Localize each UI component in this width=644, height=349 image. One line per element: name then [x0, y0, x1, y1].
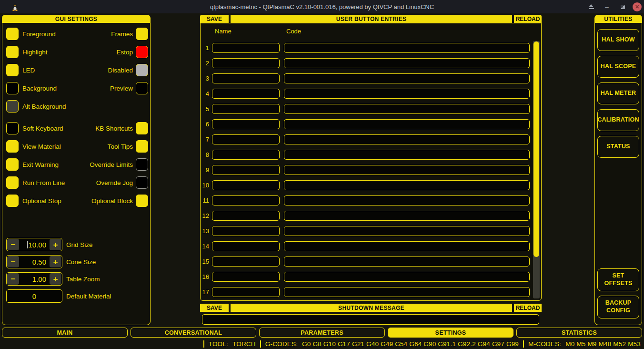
user-button-name-input-12[interactable] [212, 211, 280, 221]
checkbox-view-material[interactable] [6, 140, 19, 153]
user-button-row: 3 [201, 71, 530, 86]
minimize-button[interactable]: – [601, 1, 613, 12]
eject-icon [589, 4, 594, 9]
hal-show-button[interactable]: HAL SHOW [597, 29, 639, 51]
user-button-name-input-9[interactable] [212, 165, 280, 175]
checkbox-run-from-line[interactable] [6, 176, 19, 189]
checkbox-soft-keyboard[interactable] [6, 122, 19, 134]
table-zoom-spinbox[interactable]: −1.00+ [6, 272, 62, 286]
table-zoom-increment-button[interactable]: + [50, 273, 61, 285]
user-button-row: 13 [201, 223, 530, 238]
tab-settings[interactable]: SETTINGS [388, 328, 513, 338]
hal-scope-button[interactable]: HAL SCOPE [597, 56, 639, 78]
user-button-code-input-3[interactable] [284, 73, 530, 83]
label-preview: Preview [110, 85, 133, 92]
user-button-row: 6 [201, 116, 530, 132]
checkbox-override-limits[interactable] [136, 158, 148, 171]
user-button-code-input-8[interactable] [284, 150, 530, 160]
user-button-row: 16 [201, 269, 530, 284]
checkbox-override-jog[interactable] [136, 176, 148, 189]
user-button-name-input-16[interactable] [212, 272, 280, 282]
user-button-name-input-15[interactable] [212, 257, 280, 267]
user-button-code-input-2[interactable] [284, 58, 530, 68]
user-button-code-input-16[interactable] [284, 272, 530, 282]
user-button-name-input-7[interactable] [212, 134, 280, 144]
calibration-button[interactable]: CALIBRATION [597, 109, 639, 131]
user-button-code-input-4[interactable] [284, 89, 530, 99]
user-button-name-input-13[interactable] [212, 226, 280, 236]
user-button-code-input-6[interactable] [284, 119, 530, 129]
user-button-name-input-3[interactable] [212, 73, 280, 83]
shutdown-message-input[interactable] [202, 314, 539, 325]
color-button-preview[interactable] [136, 82, 148, 94]
backup-config-button[interactable]: BACKUP CONFIG [597, 296, 639, 318]
close-button[interactable]: × [633, 2, 642, 11]
grid-size-decrement-button[interactable]: − [7, 239, 19, 250]
tab-statistics[interactable]: STATISTICS [516, 328, 642, 338]
checkbox-optional-stop[interactable] [6, 195, 19, 207]
user-button-code-input-9[interactable] [284, 165, 530, 175]
tab-parameters[interactable]: PARAMETERS [259, 328, 385, 338]
user-button-row: 1 [201, 40, 530, 55]
color-button-frames[interactable] [136, 28, 148, 40]
color-button-led[interactable] [6, 64, 19, 76]
shutdown-save-button[interactable]: SAVE [200, 304, 229, 312]
color-button-alt-background[interactable] [6, 100, 19, 113]
user-button-code-input-7[interactable] [284, 134, 530, 144]
cone-size-increment-button[interactable]: + [50, 256, 61, 267]
user-button-code-input-14[interactable] [284, 241, 530, 251]
checkbox-tool-tips[interactable] [136, 140, 148, 153]
status-button[interactable]: STATUS [597, 136, 639, 158]
color-button-highlight[interactable] [6, 46, 19, 58]
shutdown-reload-button[interactable]: RELOAD [514, 304, 542, 312]
set-offsets-button[interactable]: SET OFFSETS [597, 268, 639, 291]
user-button-code-input-17[interactable] [284, 287, 530, 297]
user-button-entries-panel: SAVE USER BUTTON ENTRIES RELOAD Name Cod… [200, 15, 542, 325]
user-button-name-input-5[interactable] [212, 104, 280, 114]
user-button-name-input-4[interactable] [212, 89, 280, 99]
user-button-name-input-6[interactable] [212, 119, 280, 129]
user-button-name-input-8[interactable] [212, 150, 280, 160]
user-button-name-input-14[interactable] [212, 241, 280, 251]
gui-settings-rows: ForegroundFramesHighlightEstopLEDDisable… [6, 25, 148, 210]
user-button-name-input-11[interactable] [212, 195, 280, 205]
color-button-background[interactable] [6, 82, 19, 94]
cone-size-spinbox[interactable]: −0.50+ [6, 255, 62, 268]
utilities-buttons: HAL SHOWHAL SCOPEHAL METERCALIBRATIONSTA… [597, 29, 639, 158]
tab-conversational[interactable]: CONVERSATIONAL [131, 328, 256, 338]
cone-size-decrement-button[interactable]: − [7, 256, 19, 267]
user-button-name-input-1[interactable] [212, 43, 280, 53]
color-button-estop[interactable] [136, 46, 148, 58]
user-button-code-input-1[interactable] [284, 43, 530, 53]
table-zoom-decrement-button[interactable]: − [7, 273, 19, 285]
user-button-name-input-2[interactable] [212, 58, 280, 68]
scrollbar-thumb[interactable] [533, 41, 539, 257]
checkbox-exit-warning[interactable] [6, 158, 19, 171]
user-button-code-input-13[interactable] [284, 226, 530, 236]
color-button-foreground[interactable] [6, 28, 19, 40]
label-disabled: Disabled [108, 67, 133, 74]
color-button-disabled[interactable] [136, 64, 148, 76]
grid-size-increment-button[interactable]: + [50, 239, 61, 250]
tab-main[interactable]: MAIN [2, 328, 128, 338]
scrollbar-track[interactable] [533, 41, 540, 298]
checkbox-optional-block[interactable] [136, 195, 148, 207]
user-button-name-input-17[interactable] [212, 287, 280, 297]
maximize-button[interactable] [617, 1, 628, 12]
user-button-code-input-12[interactable] [284, 211, 530, 221]
checkbox-kb-shortcuts[interactable] [136, 122, 148, 134]
cone-size-value[interactable]: 0.50 [19, 258, 50, 266]
grid-size-spinbox[interactable]: −10.00+ [6, 238, 62, 251]
user-buttons-reload-button[interactable]: RELOAD [514, 15, 542, 23]
user-buttons-save-button[interactable]: SAVE [200, 15, 229, 23]
user-button-code-input-15[interactable] [284, 257, 530, 267]
user-button-code-input-10[interactable] [284, 180, 530, 190]
shade-button[interactable] [585, 1, 597, 12]
user-button-code-input-11[interactable] [284, 195, 530, 205]
user-button-name-input-10[interactable] [212, 180, 280, 190]
hal-meter-button[interactable]: HAL METER [597, 82, 639, 104]
grid-size-value[interactable]: 10.00 [19, 241, 50, 249]
table-zoom-value[interactable]: 1.00 [19, 275, 50, 283]
user-button-code-input-5[interactable] [284, 104, 530, 114]
default-material-field[interactable]: 0 [6, 289, 62, 303]
